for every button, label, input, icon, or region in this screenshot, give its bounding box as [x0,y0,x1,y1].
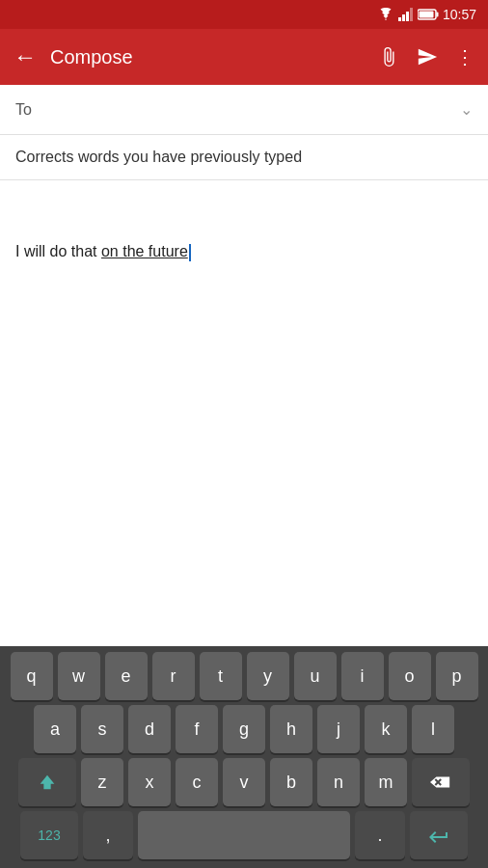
status-icons: 10:57 [377,7,476,22]
subject-text: Corrects words you have previously typed [15,149,302,165]
keyboard-row-bottom: 123 , . [4,811,484,859]
to-label: To [15,101,460,119]
key-j[interactable]: j [317,705,360,753]
svg-rect-1 [402,14,405,21]
key-q[interactable]: q [11,652,53,700]
svg-rect-5 [436,13,438,17]
key-d[interactable]: d [128,705,171,753]
to-chevron: ⌄ [460,100,473,119]
enter-key[interactable] [410,811,468,859]
key-y[interactable]: y [247,652,289,700]
attach-icon[interactable] [378,46,399,68]
text-cursor [189,244,191,261]
key-b[interactable]: b [270,758,312,806]
app-bar: ← Compose ⋮ [0,29,488,85]
key-c[interactable]: c [176,758,218,806]
key-i[interactable]: i [341,652,384,700]
key-u[interactable]: u [294,652,337,700]
key-e[interactable]: e [105,652,148,700]
key-m[interactable]: m [365,758,407,806]
body-text-before: I will do that [15,243,101,259]
back-button[interactable]: ← [14,45,37,68]
comma-key[interactable]: , [83,811,133,859]
compose-area: To ⌄ Corrects words you have previously … [0,85,488,296]
svg-rect-3 [410,8,413,21]
key-a[interactable]: a [34,705,76,753]
key-x[interactable]: x [128,758,171,806]
space-key[interactable] [138,811,350,859]
body-text-underlined: on the future [101,243,188,259]
wifi-icon [377,8,394,21]
shift-key[interactable] [18,758,76,806]
svg-rect-2 [406,12,409,21]
key-k[interactable]: k [365,705,407,753]
key-g[interactable]: g [223,705,265,753]
number-switch-key[interactable]: 123 [20,811,78,859]
body-area[interactable]: I will do that on the future [0,180,488,296]
key-n[interactable]: n [317,758,360,806]
subject-row: Corrects words you have previously typed [0,135,488,180]
key-w[interactable]: w [58,652,100,700]
key-l[interactable]: l [412,705,454,753]
status-time: 10:57 [443,7,476,22]
key-p[interactable]: p [436,652,478,700]
key-f[interactable]: f [176,705,218,753]
key-h[interactable]: h [270,705,312,753]
key-s[interactable]: s [81,705,123,753]
keyboard-row-2: a s d f g h j k l [4,705,484,753]
key-v[interactable]: v [223,758,265,806]
keyboard-row-3: z x c v b n m [4,758,484,806]
more-options-button[interactable]: ⋮ [455,45,474,68]
app-bar-actions: ⋮ [378,45,474,68]
keyboard: q w e r t y u i o p a s d f g h j k l z … [0,646,488,868]
battery-icon [418,9,439,20]
key-r[interactable]: r [152,652,195,700]
svg-rect-0 [398,17,401,21]
key-o[interactable]: o [389,652,431,700]
period-key[interactable]: . [355,811,405,859]
app-bar-title: Compose [50,46,378,68]
status-bar: 10:57 [0,0,488,29]
key-z[interactable]: z [81,758,123,806]
body-text: I will do that on the future [15,194,473,263]
delete-key[interactable] [412,758,470,806]
key-t[interactable]: t [200,652,242,700]
keyboard-row-1: q w e r t y u i o p [4,652,484,700]
to-row[interactable]: To ⌄ [0,85,488,135]
send-icon[interactable] [417,46,438,68]
signal-icon [398,8,414,21]
svg-rect-6 [419,12,433,18]
